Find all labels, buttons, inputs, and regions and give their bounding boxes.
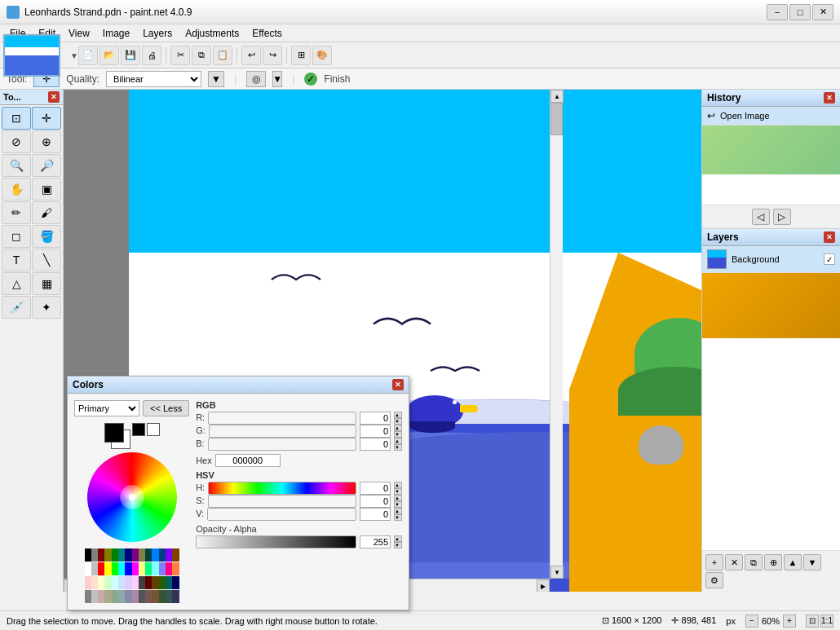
- quality-dropdown[interactable]: ▼: [208, 71, 224, 87]
- r-slider[interactable]: [208, 412, 356, 425]
- v-value-input[interactable]: [360, 508, 391, 521]
- primary-secondary-swatches[interactable]: [104, 423, 130, 449]
- tool-pencil[interactable]: ✏: [2, 201, 31, 224]
- zoom-in-button[interactable]: +: [783, 615, 796, 628]
- pal-ltblue2[interactable]: [112, 576, 118, 589]
- r-down[interactable]: ▼: [394, 418, 402, 425]
- tool-gradient[interactable]: ▦: [32, 272, 61, 295]
- s-value-input[interactable]: [360, 495, 391, 508]
- pal-blue[interactable]: [152, 548, 158, 562]
- pal-cream[interactable]: [98, 576, 104, 589]
- p43[interactable]: [98, 590, 104, 603]
- tool-line[interactable]: ╲: [32, 249, 61, 271]
- pal-dkgreen[interactable]: [159, 576, 166, 589]
- minimize-button[interactable]: −: [767, 4, 788, 20]
- menu-view[interactable]: View: [62, 26, 96, 41]
- pal-violet[interactable]: [166, 548, 172, 562]
- tool-eraser[interactable]: ◻: [2, 225, 31, 248]
- pal-dknavy[interactable]: [172, 576, 179, 589]
- pal-darkyellow[interactable]: [139, 548, 145, 562]
- new-button[interactable]: 📄: [78, 46, 98, 65]
- color-wheel-container[interactable]: [87, 452, 177, 542]
- pal-ltgreen[interactable]: [145, 562, 152, 575]
- maximize-button[interactable]: □: [789, 4, 811, 20]
- opacity-slider[interactable]: [196, 535, 356, 548]
- menu-adjustments[interactable]: Adjustments: [179, 26, 245, 41]
- toolbox-close-button[interactable]: ✕: [48, 91, 60, 103]
- pal-gray[interactable]: [91, 548, 98, 562]
- r-spin[interactable]: ▲ ▼: [394, 412, 402, 425]
- layer-item-background[interactable]: Background ✓: [702, 246, 840, 273]
- pal-dkred[interactable]: [145, 576, 152, 589]
- p51[interactable]: [152, 590, 158, 603]
- undo-button[interactable]: ↩: [241, 46, 261, 65]
- pal-darkblue[interactable]: [159, 548, 166, 562]
- p52[interactable]: [159, 590, 166, 603]
- less-button[interactable]: << Less: [143, 400, 189, 416]
- tool-shapes[interactable]: △: [2, 272, 31, 295]
- scroll-up-button[interactable]: ▲: [550, 90, 564, 103]
- color-picker-btn[interactable]: 🎨: [312, 46, 332, 65]
- vertical-scrollbar[interactable]: ▲ ▼: [550, 90, 563, 579]
- color-mode-select[interactable]: Primary Secondary: [74, 400, 139, 416]
- layer-up-button[interactable]: ▲: [784, 554, 802, 571]
- fit-window-button[interactable]: ⊡: [806, 615, 819, 628]
- tool-pan[interactable]: ✋: [2, 178, 31, 200]
- pal-peach[interactable]: [91, 576, 98, 589]
- pal-maroon[interactable]: [98, 548, 104, 562]
- pal-green[interactable]: [112, 548, 118, 562]
- pal-dkteal[interactable]: [166, 576, 172, 589]
- r-value-input[interactable]: [360, 412, 391, 425]
- g-spin[interactable]: ▲ ▼: [394, 425, 402, 438]
- layers-close-button[interactable]: ✕: [824, 231, 835, 243]
- layer-visibility-check[interactable]: ✓: [824, 253, 835, 265]
- tool-clone[interactable]: ✦: [32, 296, 61, 319]
- pal-ltpink[interactable]: [132, 576, 139, 589]
- h-slider[interactable]: [208, 482, 356, 495]
- h-up[interactable]: ▲: [394, 482, 402, 488]
- grid-button[interactable]: ⊞: [291, 46, 311, 65]
- pal-magenta[interactable]: [132, 562, 139, 575]
- pal-ltred[interactable]: [85, 576, 91, 589]
- v-up[interactable]: ▲: [394, 508, 402, 514]
- quality-select[interactable]: Bilinear Nearest Neighbor: [106, 71, 201, 87]
- pal-dkbrown[interactable]: [152, 576, 158, 589]
- scroll-thumb-vertical[interactable]: [550, 103, 563, 135]
- tool-fill[interactable]: 🪣: [32, 225, 61, 248]
- pal-brown[interactable]: [172, 548, 179, 562]
- p44[interactable]: [104, 590, 111, 603]
- redo-button[interactable]: ↪: [263, 46, 282, 65]
- v-spin[interactable]: ▲ ▼: [394, 508, 402, 521]
- print-button[interactable]: 🖨: [142, 46, 161, 65]
- menu-effects[interactable]: Effects: [245, 26, 288, 41]
- layer-merge-button[interactable]: ⊕: [764, 554, 782, 571]
- h-value-input[interactable]: [360, 482, 391, 495]
- pal-blue2[interactable]: [125, 562, 131, 575]
- thumbnail-arrow[interactable]: ▼: [70, 51, 78, 59]
- r-up[interactable]: ▲: [394, 412, 402, 418]
- pal-lime[interactable]: [112, 562, 118, 575]
- tool-zoom-in[interactable]: 🔍: [2, 154, 31, 177]
- s-down[interactable]: ▼: [394, 501, 402, 508]
- layer-add-button[interactable]: +: [705, 554, 723, 571]
- tool-move[interactable]: ✛: [32, 107, 61, 130]
- pal-purple[interactable]: [132, 548, 139, 562]
- colors-close-button[interactable]: ✕: [392, 379, 404, 390]
- black-swatch[interactable]: [132, 423, 145, 436]
- p45[interactable]: [112, 590, 118, 603]
- pal-mintgreen[interactable]: [104, 576, 111, 589]
- tool-rect-select2[interactable]: ▣: [32, 178, 61, 200]
- pal-teal[interactable]: [118, 548, 125, 562]
- copy-button[interactable]: ⧉: [192, 46, 211, 65]
- pal-hotpink[interactable]: [166, 562, 172, 575]
- opacity-up[interactable]: ▲: [394, 535, 402, 542]
- opacity-value-input[interactable]: [360, 535, 391, 548]
- layer-duplicate-button[interactable]: ⧉: [745, 554, 763, 571]
- b-down[interactable]: ▼: [394, 444, 402, 451]
- g-down[interactable]: ▼: [394, 431, 402, 438]
- pal-darkteal[interactable]: [145, 548, 152, 562]
- g-slider[interactable]: [209, 425, 356, 438]
- tool-lasso[interactable]: ⊘: [2, 130, 31, 153]
- pal-silver[interactable]: [91, 562, 98, 575]
- p49[interactable]: [139, 590, 145, 603]
